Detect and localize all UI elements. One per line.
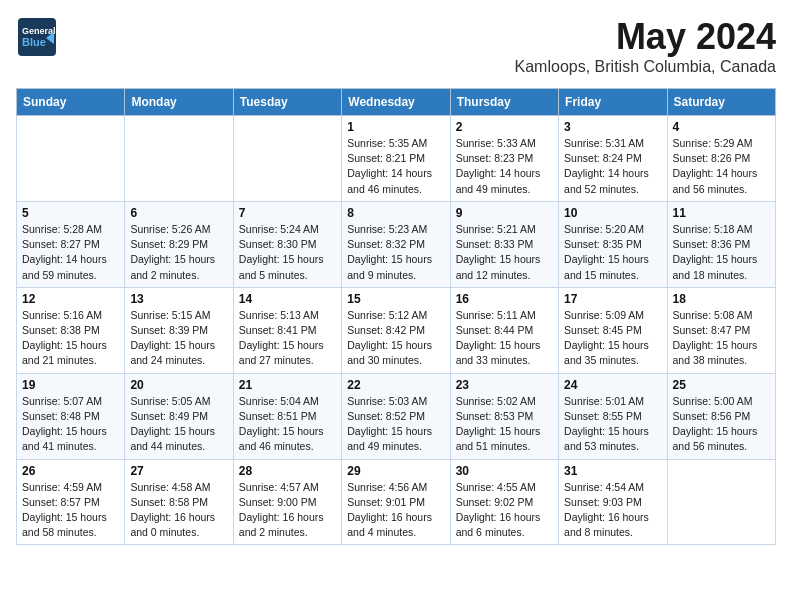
day-info: Sunrise: 5:29 AM Sunset: 8:26 PM Dayligh… (673, 136, 770, 197)
day-info: Sunrise: 5:03 AM Sunset: 8:52 PM Dayligh… (347, 394, 444, 455)
calendar-cell: 11Sunrise: 5:18 AM Sunset: 8:36 PM Dayli… (667, 201, 775, 287)
day-number: 3 (564, 120, 661, 134)
calendar-cell: 24Sunrise: 5:01 AM Sunset: 8:55 PM Dayli… (559, 373, 667, 459)
general-blue-logo: General Blue (16, 16, 58, 58)
day-number: 9 (456, 206, 553, 220)
day-info: Sunrise: 5:15 AM Sunset: 8:39 PM Dayligh… (130, 308, 227, 369)
day-info: Sunrise: 5:07 AM Sunset: 8:48 PM Dayligh… (22, 394, 119, 455)
day-info: Sunrise: 4:57 AM Sunset: 9:00 PM Dayligh… (239, 480, 336, 541)
svg-text:Blue: Blue (22, 36, 46, 48)
calendar-cell: 10Sunrise: 5:20 AM Sunset: 8:35 PM Dayli… (559, 201, 667, 287)
day-number: 15 (347, 292, 444, 306)
day-number: 17 (564, 292, 661, 306)
day-info: Sunrise: 4:54 AM Sunset: 9:03 PM Dayligh… (564, 480, 661, 541)
calendar-cell (233, 116, 341, 202)
day-number: 5 (22, 206, 119, 220)
day-info: Sunrise: 5:28 AM Sunset: 8:27 PM Dayligh… (22, 222, 119, 283)
day-info: Sunrise: 5:31 AM Sunset: 8:24 PM Dayligh… (564, 136, 661, 197)
day-info: Sunrise: 5:26 AM Sunset: 8:29 PM Dayligh… (130, 222, 227, 283)
calendar-cell: 12Sunrise: 5:16 AM Sunset: 8:38 PM Dayli… (17, 287, 125, 373)
calendar-cell: 4Sunrise: 5:29 AM Sunset: 8:26 PM Daylig… (667, 116, 775, 202)
calendar-cell: 7Sunrise: 5:24 AM Sunset: 8:30 PM Daylig… (233, 201, 341, 287)
day-number: 10 (564, 206, 661, 220)
day-info: Sunrise: 5:23 AM Sunset: 8:32 PM Dayligh… (347, 222, 444, 283)
day-number: 24 (564, 378, 661, 392)
day-info: Sunrise: 5:16 AM Sunset: 8:38 PM Dayligh… (22, 308, 119, 369)
day-info: Sunrise: 5:33 AM Sunset: 8:23 PM Dayligh… (456, 136, 553, 197)
calendar-cell: 28Sunrise: 4:57 AM Sunset: 9:00 PM Dayli… (233, 459, 341, 545)
day-number: 19 (22, 378, 119, 392)
day-number: 4 (673, 120, 770, 134)
day-info: Sunrise: 5:12 AM Sunset: 8:42 PM Dayligh… (347, 308, 444, 369)
day-info: Sunrise: 5:08 AM Sunset: 8:47 PM Dayligh… (673, 308, 770, 369)
page-subtitle: Kamloops, British Columbia, Canada (515, 58, 776, 76)
day-number: 2 (456, 120, 553, 134)
day-number: 27 (130, 464, 227, 478)
day-number: 23 (456, 378, 553, 392)
day-number: 1 (347, 120, 444, 134)
day-header-friday: Friday (559, 89, 667, 116)
calendar-cell: 31Sunrise: 4:54 AM Sunset: 9:03 PM Dayli… (559, 459, 667, 545)
calendar-cell (125, 116, 233, 202)
calendar-cell: 30Sunrise: 4:55 AM Sunset: 9:02 PM Dayli… (450, 459, 558, 545)
day-number: 13 (130, 292, 227, 306)
calendar-cell: 17Sunrise: 5:09 AM Sunset: 8:45 PM Dayli… (559, 287, 667, 373)
calendar-cell: 5Sunrise: 5:28 AM Sunset: 8:27 PM Daylig… (17, 201, 125, 287)
calendar-cell: 8Sunrise: 5:23 AM Sunset: 8:32 PM Daylig… (342, 201, 450, 287)
day-number: 22 (347, 378, 444, 392)
svg-text:General: General (22, 26, 56, 36)
day-info: Sunrise: 4:58 AM Sunset: 8:58 PM Dayligh… (130, 480, 227, 541)
day-info: Sunrise: 5:35 AM Sunset: 8:21 PM Dayligh… (347, 136, 444, 197)
calendar-cell: 1Sunrise: 5:35 AM Sunset: 8:21 PM Daylig… (342, 116, 450, 202)
calendar-cell: 3Sunrise: 5:31 AM Sunset: 8:24 PM Daylig… (559, 116, 667, 202)
calendar-cell: 19Sunrise: 5:07 AM Sunset: 8:48 PM Dayli… (17, 373, 125, 459)
calendar-cell: 15Sunrise: 5:12 AM Sunset: 8:42 PM Dayli… (342, 287, 450, 373)
day-info: Sunrise: 5:00 AM Sunset: 8:56 PM Dayligh… (673, 394, 770, 455)
calendar-cell: 18Sunrise: 5:08 AM Sunset: 8:47 PM Dayli… (667, 287, 775, 373)
calendar-cell: 23Sunrise: 5:02 AM Sunset: 8:53 PM Dayli… (450, 373, 558, 459)
day-header-monday: Monday (125, 89, 233, 116)
day-info: Sunrise: 5:24 AM Sunset: 8:30 PM Dayligh… (239, 222, 336, 283)
calendar-cell: 25Sunrise: 5:00 AM Sunset: 8:56 PM Dayli… (667, 373, 775, 459)
day-info: Sunrise: 5:20 AM Sunset: 8:35 PM Dayligh… (564, 222, 661, 283)
day-number: 28 (239, 464, 336, 478)
day-number: 20 (130, 378, 227, 392)
calendar-cell (17, 116, 125, 202)
day-header-saturday: Saturday (667, 89, 775, 116)
calendar-cell: 6Sunrise: 5:26 AM Sunset: 8:29 PM Daylig… (125, 201, 233, 287)
day-number: 8 (347, 206, 444, 220)
day-number: 21 (239, 378, 336, 392)
day-number: 11 (673, 206, 770, 220)
calendar-cell: 26Sunrise: 4:59 AM Sunset: 8:57 PM Dayli… (17, 459, 125, 545)
day-header-thursday: Thursday (450, 89, 558, 116)
day-info: Sunrise: 5:18 AM Sunset: 8:36 PM Dayligh… (673, 222, 770, 283)
calendar-cell: 16Sunrise: 5:11 AM Sunset: 8:44 PM Dayli… (450, 287, 558, 373)
day-info: Sunrise: 5:13 AM Sunset: 8:41 PM Dayligh… (239, 308, 336, 369)
day-number: 29 (347, 464, 444, 478)
day-info: Sunrise: 5:09 AM Sunset: 8:45 PM Dayligh… (564, 308, 661, 369)
day-number: 16 (456, 292, 553, 306)
day-info: Sunrise: 4:56 AM Sunset: 9:01 PM Dayligh… (347, 480, 444, 541)
calendar-cell: 2Sunrise: 5:33 AM Sunset: 8:23 PM Daylig… (450, 116, 558, 202)
day-info: Sunrise: 5:05 AM Sunset: 8:49 PM Dayligh… (130, 394, 227, 455)
day-number: 31 (564, 464, 661, 478)
day-info: Sunrise: 5:01 AM Sunset: 8:55 PM Dayligh… (564, 394, 661, 455)
calendar-cell: 22Sunrise: 5:03 AM Sunset: 8:52 PM Dayli… (342, 373, 450, 459)
calendar-cell: 20Sunrise: 5:05 AM Sunset: 8:49 PM Dayli… (125, 373, 233, 459)
day-number: 26 (22, 464, 119, 478)
calendar-cell: 14Sunrise: 5:13 AM Sunset: 8:41 PM Dayli… (233, 287, 341, 373)
day-info: Sunrise: 5:04 AM Sunset: 8:51 PM Dayligh… (239, 394, 336, 455)
day-number: 25 (673, 378, 770, 392)
day-info: Sunrise: 5:11 AM Sunset: 8:44 PM Dayligh… (456, 308, 553, 369)
day-number: 6 (130, 206, 227, 220)
day-number: 30 (456, 464, 553, 478)
calendar-cell: 21Sunrise: 5:04 AM Sunset: 8:51 PM Dayli… (233, 373, 341, 459)
calendar-cell: 29Sunrise: 4:56 AM Sunset: 9:01 PM Dayli… (342, 459, 450, 545)
calendar-cell: 13Sunrise: 5:15 AM Sunset: 8:39 PM Dayli… (125, 287, 233, 373)
day-number: 14 (239, 292, 336, 306)
calendar-cell: 27Sunrise: 4:58 AM Sunset: 8:58 PM Dayli… (125, 459, 233, 545)
calendar-cell: 9Sunrise: 5:21 AM Sunset: 8:33 PM Daylig… (450, 201, 558, 287)
day-info: Sunrise: 5:21 AM Sunset: 8:33 PM Dayligh… (456, 222, 553, 283)
day-header-wednesday: Wednesday (342, 89, 450, 116)
page-title: May 2024 (515, 16, 776, 58)
